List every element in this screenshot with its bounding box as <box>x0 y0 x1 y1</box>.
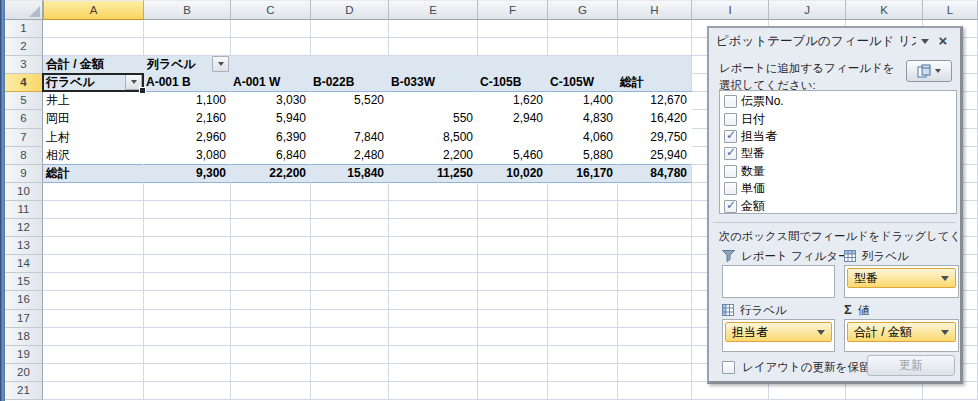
cell[interactable] <box>846 382 923 400</box>
cell[interactable] <box>478 20 548 38</box>
cell[interactable] <box>478 291 548 309</box>
defer-layout-checkbox[interactable] <box>722 361 735 374</box>
cell[interactable] <box>311 346 389 364</box>
pivot-cell[interactable] <box>478 56 548 74</box>
cell[interactable] <box>548 346 618 364</box>
cell[interactable] <box>618 364 692 382</box>
row-header-18[interactable]: 18 <box>5 328 43 346</box>
cell[interactable] <box>389 328 478 346</box>
pivot-value-cell[interactable]: 12,670 <box>618 92 692 110</box>
cell[interactable] <box>231 364 311 382</box>
column-header-J[interactable]: J <box>769 0 846 20</box>
pivot-column-header-cell[interactable]: A-001 W <box>231 74 311 92</box>
field-button-value[interactable]: 合計 / 金額 <box>847 322 956 342</box>
cell[interactable] <box>43 310 144 328</box>
pivot-column-header-cell[interactable]: B-022B <box>311 74 389 92</box>
row-header-12[interactable]: 12 <box>5 219 43 237</box>
cell[interactable] <box>231 273 311 291</box>
pivot-column-header-cell[interactable]: C-105W <box>548 74 618 92</box>
cell[interactable] <box>618 382 692 400</box>
row-header-9[interactable]: 9 <box>5 165 43 183</box>
cell[interactable] <box>478 219 548 237</box>
cell[interactable] <box>389 310 478 328</box>
pivot-value-cell[interactable]: 16,420 <box>618 110 692 128</box>
cell[interactable] <box>43 219 144 237</box>
pivot-value-cell[interactable]: 4,060 <box>548 129 618 147</box>
cell[interactable] <box>548 382 618 400</box>
cell[interactable] <box>692 382 769 400</box>
cell[interactable] <box>618 201 692 219</box>
cell[interactable] <box>43 328 144 346</box>
pivot-column-header-cell[interactable]: A-001 B <box>144 74 231 92</box>
pivot-value-cell[interactable]: 1,620 <box>478 92 548 110</box>
pivot-column-labels-cell[interactable]: 列ラベル <box>144 56 231 74</box>
cell[interactable] <box>548 273 618 291</box>
cell[interactable] <box>43 38 144 56</box>
cell[interactable] <box>389 219 478 237</box>
pane-close-button[interactable]: × <box>934 33 952 49</box>
column-header-D[interactable]: D <box>311 0 389 20</box>
cell[interactable] <box>478 38 548 56</box>
cell[interactable] <box>231 201 311 219</box>
cell[interactable] <box>311 364 389 382</box>
pivot-value-cell[interactable]: 3,080 <box>144 147 231 165</box>
pivot-cell[interactable] <box>231 56 311 74</box>
cell[interactable] <box>389 273 478 291</box>
cell[interactable] <box>618 328 692 346</box>
cell[interactable] <box>144 364 231 382</box>
checked-checkbox-icon[interactable] <box>724 147 737 160</box>
cell[interactable] <box>478 237 548 255</box>
cell[interactable] <box>618 38 692 56</box>
cell[interactable] <box>389 201 478 219</box>
row-header-21[interactable]: 21 <box>5 382 43 400</box>
cell[interactable] <box>43 255 144 273</box>
row-header-2[interactable]: 2 <box>5 38 43 56</box>
pivot-value-cell[interactable]: 7,840 <box>311 129 389 147</box>
cell[interactable] <box>311 382 389 400</box>
cell[interactable] <box>43 382 144 400</box>
cell[interactable] <box>548 219 618 237</box>
column-header-E[interactable]: E <box>389 0 478 20</box>
cell[interactable] <box>478 255 548 273</box>
cell[interactable] <box>311 291 389 309</box>
pivot-row-labels-cell[interactable]: 行ラベル <box>43 74 144 92</box>
row-header-15[interactable]: 15 <box>5 273 43 291</box>
row-header-11[interactable]: 11 <box>5 201 43 219</box>
cell[interactable] <box>478 328 548 346</box>
pivot-value-cell[interactable]: 3,030 <box>231 92 311 110</box>
pivot-title-cell[interactable]: 合計 / 金額 <box>43 56 144 74</box>
cell[interactable] <box>478 201 548 219</box>
cell[interactable] <box>389 346 478 364</box>
pivot-total-row-label[interactable]: 総計 <box>43 165 144 183</box>
cell[interactable] <box>231 310 311 328</box>
cell[interactable] <box>144 291 231 309</box>
cell[interactable] <box>548 201 618 219</box>
cell[interactable] <box>548 291 618 309</box>
field-list-item[interactable]: 金額 <box>724 197 956 214</box>
cell[interactable] <box>231 328 311 346</box>
cell[interactable] <box>311 310 389 328</box>
pivot-column-header-cell[interactable]: B-033W <box>389 74 478 92</box>
cell[interactable] <box>231 382 311 400</box>
cell[interactable] <box>548 183 618 201</box>
pivot-cell[interactable] <box>311 56 389 74</box>
cell[interactable] <box>231 237 311 255</box>
select-all-button[interactable] <box>5 0 43 20</box>
pivot-value-cell[interactable]: 16,170 <box>548 165 618 183</box>
pivot-value-cell[interactable] <box>389 92 478 110</box>
unchecked-checkbox-icon[interactable] <box>724 95 737 108</box>
cell[interactable] <box>618 219 692 237</box>
row-labels-dropzone[interactable]: 担当者 <box>722 319 835 352</box>
cell[interactable] <box>389 364 478 382</box>
cell[interactable] <box>144 328 231 346</box>
cell[interactable] <box>478 364 548 382</box>
cell[interactable] <box>389 237 478 255</box>
cell[interactable] <box>231 183 311 201</box>
row-header-5[interactable]: 5 <box>5 92 43 110</box>
cell[interactable] <box>231 38 311 56</box>
pivot-value-cell[interactable]: 2,160 <box>144 110 231 128</box>
column-labels-dropzone[interactable]: 型番 <box>844 265 959 298</box>
cell[interactable] <box>43 237 144 255</box>
column-header-C[interactable]: C <box>231 0 311 20</box>
pivot-value-cell[interactable]: 5,940 <box>231 110 311 128</box>
